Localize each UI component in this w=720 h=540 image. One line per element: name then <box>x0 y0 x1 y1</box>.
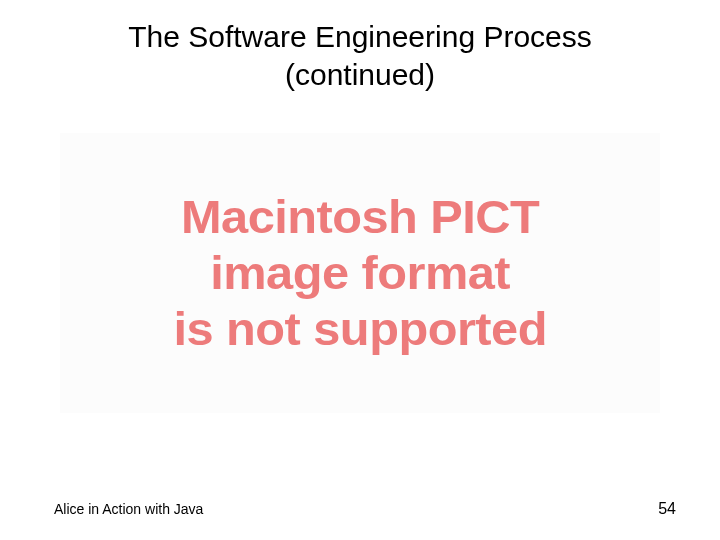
footer-source: Alice in Action with Java <box>54 501 203 517</box>
error-line-2: image format <box>173 245 546 301</box>
slide-footer: Alice in Action with Java 54 <box>0 500 720 518</box>
title-line-1: The Software Engineering Process <box>0 18 720 56</box>
title-line-2: (continued) <box>0 56 720 94</box>
error-line-1: Macintosh PICT <box>173 189 546 245</box>
image-error-message: Macintosh PICT image format is not suppo… <box>173 189 546 357</box>
image-placeholder: Macintosh PICT image format is not suppo… <box>60 133 660 413</box>
page-number: 54 <box>658 500 676 518</box>
error-line-3: is not supported <box>173 301 546 357</box>
slide-title: The Software Engineering Process (contin… <box>0 0 720 93</box>
